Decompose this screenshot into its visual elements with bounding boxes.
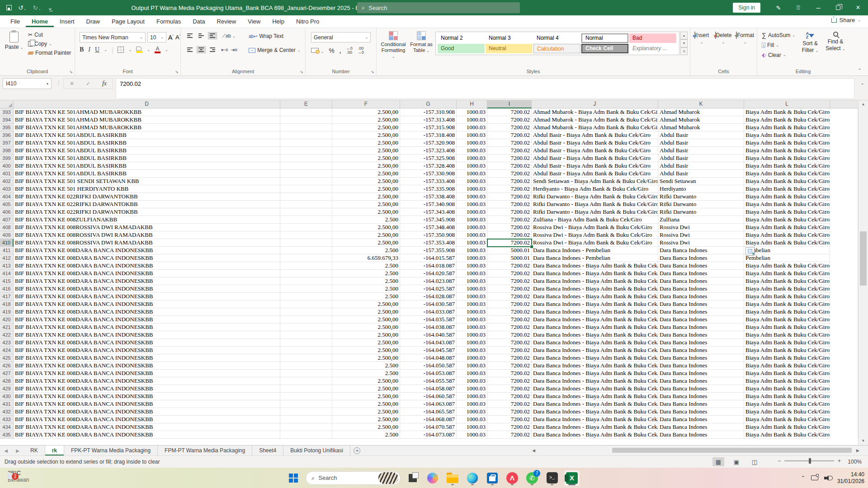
row-header-406[interactable]: 406 [0,208,14,216]
cell-D393[interactable]: BIF BIAYA TXN KE 501AHMAD MUBAROKKBB [14,108,280,116]
cell-F411[interactable]: 2.500 [332,247,400,254]
cell-I435[interactable]: 7200.02 [487,431,532,439]
cell-L432[interactable]: Biaya Adm Bank & Buku Cek/Giro [744,408,830,416]
cell-F395[interactable]: 2.500,00 [332,124,400,131]
cell-G428[interactable]: -164.055.587 [400,377,457,385]
gallery-scroll-up-icon[interactable]: ▲ [680,32,688,39]
cell-J422[interactable]: Dara Banca Indones - Biaya Adm Bank & Bu… [532,331,658,339]
fill-color-icon[interactable] [136,47,142,53]
cell-H419[interactable]: 1000.03 [457,308,487,316]
accounting-format-icon[interactable]: ⌄ [311,47,324,55]
cell-F426[interactable]: 2.500 [332,362,400,370]
style-chip-normal[interactable]: Normal [581,33,628,43]
expand-formula-bar-icon[interactable]: ⌄ [861,80,864,85]
row-header-405[interactable]: 405 [0,201,14,208]
cell-G409[interactable]: -157.350.908 [400,231,457,239]
zoom-level[interactable]: 100% [848,459,862,465]
column-header-I[interactable]: I [487,100,532,108]
cell-I419[interactable]: 7200.02 [487,308,532,316]
row-header-401[interactable]: 401 [0,170,14,178]
cell-L419[interactable]: Biaya Adm Bank & Buku Cek/Giro [744,308,830,316]
cell-D427[interactable]: BIF BIAYA TXN KE 008DARA BANCA INDONESKB… [14,370,280,377]
cell-H397[interactable]: 1000.03 [457,139,487,147]
menu-tab-formulas[interactable]: Formulas [151,16,187,27]
cell-H406[interactable]: 1000.03 [457,208,487,216]
cell-H427[interactable]: 1000.03 [457,370,487,377]
cell-G421[interactable]: -164.038.087 [400,324,457,331]
cell-E426[interactable] [280,362,332,370]
cell-E423[interactable] [280,339,332,347]
cell-G435[interactable]: -164.073.087 [400,431,457,439]
cell-K405[interactable]: Rifki Darwanto [658,201,744,208]
row-header-415[interactable]: 415 [0,277,14,285]
cell-L394[interactable]: Biaya Adm Bank & Buku Cek/Giro [744,116,830,124]
row-header-426[interactable]: 426 [0,362,14,370]
cell-D410[interactable]: BIF BIAYA TXN KE 008ROSSIVA DWI RAMADAKB… [14,239,280,247]
microsoft-store-button[interactable] [485,470,500,486]
cell-E395[interactable] [280,124,332,131]
cell-K407[interactable]: Zulfiana [658,216,744,224]
font-name-select[interactable]: Times New Roman⌄ [80,32,146,42]
clipboard-dialog-launcher-icon[interactable]: ⇘ [69,70,73,74]
cell-F393[interactable]: 2.500,00 [332,108,400,116]
vertical-scrollbar[interactable]: ▲ ▼ [858,100,868,445]
cell-E431[interactable] [280,400,332,408]
menu-tab-page-layout[interactable]: Page Layout [106,16,151,27]
cell-D415[interactable]: BIF BIAYA TXN KE 008DARA BANCA INDONESKB… [14,277,280,285]
copy-button[interactable]: Copy ⌄ [28,41,71,47]
cell-I405[interactable]: 7200.02 [487,201,532,208]
sheet-nav-right-icon[interactable]: ▶ [12,446,24,455]
row-header-413[interactable]: 413 [0,262,14,270]
cell-F429[interactable]: 2.500,00 [332,385,400,393]
cell-D400[interactable]: BIF BIAYA TXN KE 501ABDUL BASIRKBB [14,162,280,170]
cell-J417[interactable]: Dara Banca Indones - Biaya Adm Bank & Bu… [532,293,658,300]
cell-H426[interactable]: 1000.03 [457,362,487,370]
cell-G424[interactable]: -164.045.587 [400,347,457,354]
cell-L399[interactable]: Biaya Adm Bank & Buku Cek/Giro [744,155,830,162]
cell-F420[interactable]: 2.500,00 [332,316,400,324]
terminal-button[interactable]: >_ [544,470,560,486]
cell-F417[interactable]: 2.500 [332,293,400,300]
cell-E406[interactable] [280,208,332,216]
cell-J430[interactable]: Dara Banca Indones - Biaya Adm Bank & Bu… [532,393,658,400]
cell-I397[interactable]: 7200.02 [487,139,532,147]
cell-L416[interactable]: Biaya Adm Bank & Buku Cek/Giro [744,285,830,293]
cell-H409[interactable]: 1000.03 [457,231,487,239]
cell-F402[interactable]: 2.500,00 [332,178,400,185]
cell-H403[interactable]: 1000.03 [457,185,487,193]
cell-J402[interactable]: Sendi Setiawan - Biaya Adm Bank & Buku C… [532,178,658,185]
cell-F432[interactable]: 2.500,00 [332,408,400,416]
cell-J398[interactable]: Abdul Basir - Biaya Adm Bank & Buku Cek/… [532,147,658,155]
cell-D407[interactable]: BIF BIAYA TXN KE 008ZULFIANAKBB [14,216,280,224]
cell-I433[interactable]: 7200.02 [487,416,532,423]
cell-E429[interactable] [280,385,332,393]
cell-K394[interactable]: Ahmad Mubarok [658,116,744,124]
conditional-formatting-button[interactable]: ConditionalFormatting ⌄ [379,31,407,60]
cell-E401[interactable] [280,170,332,178]
column-header-F[interactable]: F [332,100,400,108]
row-header-422[interactable]: 422 [0,331,14,339]
cell-E397[interactable] [280,139,332,147]
cell-D421[interactable]: BIF BIAYA TXN KE 008DARA BANCA INDONESKB… [14,324,280,331]
cell-L408[interactable]: Biaya Adm Bank & Buku Cek/Giro [744,224,830,231]
cell-I396[interactable]: 7200.02 [487,131,532,139]
cell-D394[interactable]: BIF BIAYA TXN KE 501AHMAD MUBAROKKBB [14,116,280,124]
find-select-button[interactable]: Find &Select ⌄ [822,32,849,52]
cell-F415[interactable]: 2.500 [332,277,400,285]
cell-F433[interactable]: 2.500,00 [332,416,400,423]
cancel-icon[interactable]: ✕ [70,80,74,87]
cell-J405[interactable]: Rifki Darwanto - Biaya Adm Bank & Buku C… [532,201,658,208]
cell-J427[interactable]: Dara Banca Indones - Biaya Adm Bank & Bu… [532,370,658,377]
row-header-417[interactable]: 417 [0,293,14,300]
menu-tab-nitro-pro[interactable]: Nitro Pro [290,16,325,27]
cell-I404[interactable]: 7200.02 [487,193,532,201]
merge-center-button[interactable]: ⇔Merge & Center ⌄ [249,47,300,53]
nitro-button[interactable]: Λ [505,470,520,486]
menu-tab-home[interactable]: Home [26,16,54,27]
cell-J432[interactable]: Dara Banca Indones - Biaya Adm Bank & Bu… [532,408,658,416]
cell-E393[interactable] [280,108,332,116]
cell-F422[interactable]: 2.500,00 [332,331,400,339]
cell-L403[interactable]: Biaya Adm Bank & Buku Cek/Giro [744,185,830,193]
cell-E433[interactable] [280,416,332,423]
sheet-tab-sheet4[interactable]: Sheet4 [252,446,283,455]
